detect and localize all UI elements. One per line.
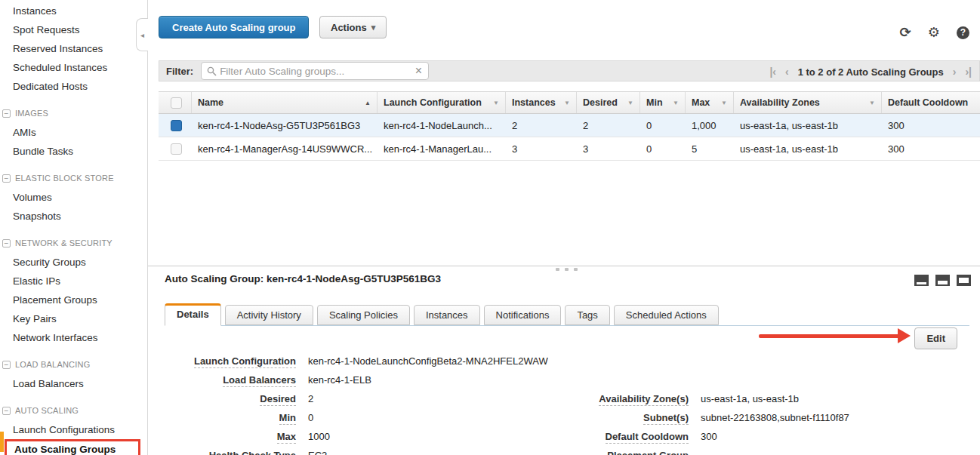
- sidebar-item-amis[interactable]: AMIs: [0, 123, 147, 142]
- sidebar-item-auto-scaling-groups[interactable]: Auto Scaling Groups: [5, 439, 140, 455]
- page-next-icon[interactable]: ›: [953, 66, 957, 78]
- sidebar-item-volumes[interactable]: Volumes: [0, 188, 147, 207]
- gear-icon[interactable]: ⚙: [928, 26, 940, 39]
- panel-layout-medium-icon[interactable]: [935, 275, 950, 286]
- detail-fields-left: Launch Configuration ken-rc4-1-NodeLaunc…: [148, 355, 548, 455]
- sidebar-item-instances[interactable]: Instances: [0, 2, 147, 20]
- tab-instances[interactable]: Instances: [414, 305, 480, 325]
- column-header-default-cooldown[interactable]: Default Cooldown: [882, 92, 980, 113]
- sort-down-icon: ▼: [627, 100, 633, 106]
- actions-button[interactable]: Actions ▾: [319, 16, 387, 38]
- table-row[interactable]: ken-rc4-1-ManagerAsg-14US9WWCR... ken-rc…: [159, 137, 980, 161]
- tab-details[interactable]: Details: [165, 303, 221, 326]
- sidebar-item-network-interfaces[interactable]: Network Interfaces: [0, 328, 147, 347]
- cell-availability-zones: us-east-1a, us-east-1b: [734, 137, 882, 160]
- cell-min: 0: [640, 114, 686, 137]
- sort-down-icon: ▼: [869, 100, 875, 106]
- sidebar-item-placement-groups[interactable]: Placement Groups: [0, 291, 147, 309]
- panel-layout-large-icon[interactable]: [957, 275, 971, 286]
- column-header-launch-configuration[interactable]: Launch Configuration ▼: [378, 92, 506, 113]
- create-auto-scaling-group-button[interactable]: Create Auto Scaling group: [159, 16, 309, 38]
- actions-button-label: Actions: [331, 22, 367, 33]
- tab-notifications[interactable]: Notifications: [484, 305, 562, 325]
- sidebar-item-key-pairs[interactable]: Key Pairs: [0, 309, 147, 328]
- field-value: ken-rc4-1-ELB: [308, 374, 371, 386]
- tab-scaling-policies[interactable]: Scaling Policies: [317, 305, 410, 325]
- row-checkbox[interactable]: [171, 143, 182, 155]
- select-all-checkbox[interactable]: [171, 97, 182, 109]
- column-label: Availability Zones: [740, 97, 820, 108]
- tab-scheduled-actions[interactable]: Scheduled Actions: [614, 305, 719, 325]
- field-value: us-east-1a, us-east-1b: [701, 393, 799, 404]
- cell-desired: 3: [577, 137, 640, 160]
- sidebar-item-reserved-instances[interactable]: Reserved Instances: [0, 39, 147, 58]
- detail-tabs: Details Activity History Scaling Policie…: [165, 304, 969, 326]
- filter-search-input[interactable]: [217, 66, 415, 77]
- column-label: Instances: [512, 97, 556, 108]
- sidebar-section-list: Launch Configurations Auto Scaling Group…: [0, 419, 147, 455]
- table-row[interactable]: ken-rc4-1-NodeAsg-G5TU3P561BG3 ken-rc4-1…: [159, 114, 980, 137]
- sidebar-section-label: NETWORK & SECURITY: [15, 235, 112, 251]
- page-prev-icon[interactable]: ‹: [785, 66, 789, 78]
- ec2-console: Instances Spot Requests Reserved Instanc…: [0, 0, 980, 455]
- tab-activity-history[interactable]: Activity History: [225, 305, 313, 325]
- sidebar-item-elastic-ips[interactable]: Elastic IPs: [0, 272, 147, 291]
- edit-button[interactable]: Edit: [914, 327, 957, 349]
- sidebar-item-load-balancers[interactable]: Load Balancers: [0, 374, 147, 393]
- sort-down-icon: ▼: [493, 100, 499, 106]
- sidebar-item-security-groups[interactable]: Security Groups: [0, 253, 147, 272]
- asg-table: Name ▲ Launch Configuration ▼ Instances …: [159, 91, 980, 161]
- column-header-availability-zones[interactable]: Availability Zones ▼: [734, 92, 882, 113]
- cell-min: 0: [640, 137, 686, 160]
- collapse-arrow-icon: ◂: [140, 31, 144, 39]
- search-icon: [207, 66, 217, 76]
- sidebar-section-header-auto-scaling[interactable]: − AUTO SCALING: [0, 402, 147, 419]
- field-value: 2: [308, 393, 313, 404]
- panel-layout-icons: [914, 275, 971, 286]
- tab-tags[interactable]: Tags: [565, 305, 609, 325]
- sidebar-section-header-images[interactable]: − IMAGES: [0, 105, 147, 121]
- sidebar-item-launch-configurations[interactable]: Launch Configurations: [0, 420, 147, 439]
- panel-layout-small-icon[interactable]: [914, 275, 929, 286]
- detail-panel-title: Auto Scaling Group: ken-rc4-1-NodeAsg-G5…: [165, 273, 441, 284]
- row-checkbox-checked[interactable]: [171, 120, 182, 131]
- chevron-down-icon: ▾: [371, 23, 376, 32]
- sidebar-item-scheduled-instances[interactable]: Scheduled Instances: [0, 58, 147, 77]
- sidebar-section-header-load-balancing[interactable]: − LOAD BALANCING: [0, 356, 147, 373]
- sidebar-item-dedicated-hosts[interactable]: Dedicated Hosts: [0, 77, 147, 96]
- field-row: Default Cooldown 300: [541, 431, 849, 450]
- sidebar-section-header-network-security[interactable]: − NETWORK & SECURITY: [0, 235, 147, 251]
- pagination: |‹ ‹ 1 to 2 of 2 Auto Scaling Groups › ›…: [769, 61, 972, 82]
- sort-down-icon: ▼: [721, 100, 727, 106]
- field-label: Desired: [148, 393, 296, 404]
- sidebar-item-snapshots[interactable]: Snapshots: [0, 207, 147, 226]
- column-label: Launch Configuration: [384, 97, 482, 108]
- help-icon[interactable]: ?: [957, 26, 969, 39]
- pagination-text: 1 to 2 of 2 Auto Scaling Groups: [798, 66, 944, 78]
- column-header-min[interactable]: Min ▼: [640, 92, 686, 113]
- sidebar-item-bundle-tasks[interactable]: Bundle Tasks: [0, 142, 147, 161]
- sidebar-collapse-tab[interactable]: ◂: [136, 18, 148, 51]
- page-first-icon[interactable]: |‹: [769, 66, 776, 78]
- sidebar-section-list: Security Groups Elastic IPs Placement Gr…: [0, 251, 147, 347]
- page-last-icon[interactable]: ›|: [965, 66, 972, 78]
- main-content: Create Auto Scaling group Actions ▾ ⟳ ⚙ …: [148, 0, 980, 455]
- sidebar-section-header-ebs[interactable]: − ELASTIC BLOCK STORE: [0, 170, 147, 186]
- row-select-cell: [159, 114, 192, 137]
- panel-drag-handle[interactable]: [556, 268, 578, 271]
- refresh-icon[interactable]: ⟳: [900, 26, 911, 39]
- column-header-instances[interactable]: Instances ▼: [506, 92, 577, 113]
- collapse-minus-icon: −: [2, 361, 11, 369]
- sidebar-item-spot-requests[interactable]: Spot Requests: [0, 20, 147, 39]
- column-header-max[interactable]: Max ▼: [686, 92, 734, 113]
- table-header-row: Name ▲ Launch Configuration ▼ Instances …: [159, 91, 980, 114]
- column-label: Name: [198, 97, 223, 108]
- column-header-desired[interactable]: Desired ▼: [577, 92, 640, 113]
- field-row: Health Check Type EC2: [148, 450, 548, 455]
- sidebar: Instances Spot Requests Reserved Instanc…: [0, 0, 148, 455]
- field-row: Max 1000: [148, 431, 548, 450]
- cell-launch-configuration: ken-rc4-1-ManagerLau...: [378, 137, 506, 160]
- column-header-name[interactable]: Name ▲: [192, 92, 378, 113]
- sidebar-section-network-security: − NETWORK & SECURITY Security Groups Ela…: [0, 235, 147, 347]
- clear-search-icon[interactable]: ×: [415, 65, 422, 77]
